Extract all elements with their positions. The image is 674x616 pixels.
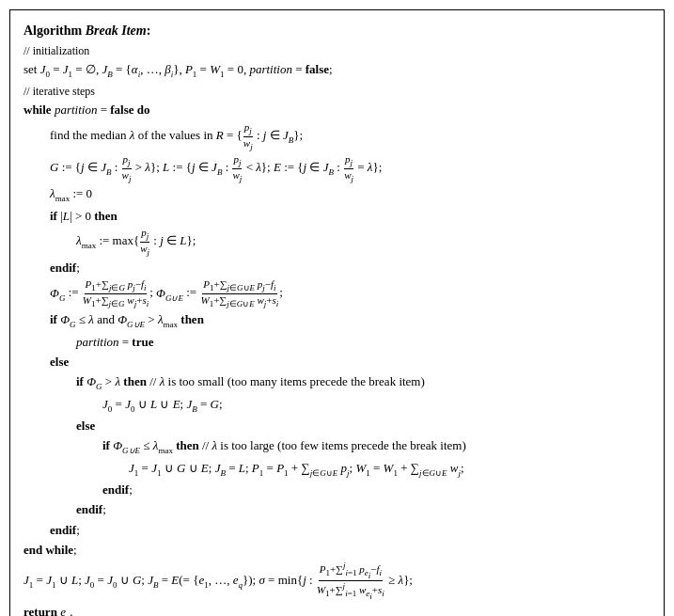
J0-assign-line: J0 = J0 ∪ L ∪ E; JB = G; [24, 395, 650, 417]
endif3-line: endif; [24, 500, 650, 519]
lambda-max-assign-line: λmax := max{pjwj : j ∈ L}; [24, 227, 650, 258]
if-L-line: if |L| > 0 then [24, 207, 650, 226]
else1-line: else [24, 353, 650, 371]
while-line: while partition = false do [24, 101, 650, 119]
end-while-line: end while; [24, 541, 650, 560]
algorithm-title: Algorithm Break Item: [24, 21, 650, 41]
comment-iterative: // iterative steps [24, 83, 650, 101]
algorithm-box: Algorithm Break Item: // initialization … [9, 9, 665, 616]
G-L-E-line: G := {j ∈ JB : pjwj > λ}; L := {j ∈ JB :… [24, 153, 650, 184]
if-phi-G-line: if ΦG > λ then // λ is too small (too ma… [24, 372, 650, 394]
J1-assign-line: J1 = J1 ∪ G ∪ E; JB = L; P1 = P1 + ∑j∈G∪… [24, 459, 650, 481]
find-median-line: find the median λ of the values in R = {… [24, 121, 650, 152]
endif1-line: endif; [24, 259, 650, 277]
lambda-max-init-line: λmax := 0 [24, 184, 650, 206]
else2-line: else [24, 417, 650, 435]
return-line: return eσ. [24, 603, 650, 616]
if-phi-GUE-line: if ΦG∪E ≤ λmax then // λ is too large (t… [24, 436, 650, 458]
if-phi-line: if ΦG ≤ λ and ΦG∪E > λmax then [24, 310, 650, 332]
comment-initialization: // initialization [24, 42, 650, 60]
phi-line: ΦG := P1+∑j∈G pj−fi W1+∑j∈G wj+si ; ΦG∪E… [24, 278, 650, 309]
endif4-line: endif; [24, 521, 650, 540]
endif2-line: endif; [24, 481, 650, 499]
partition-true-line: partition = true [24, 333, 650, 352]
line-set: set J0 = J1 = ∅, JB = {αi, …, βi}, P1 = … [24, 60, 650, 82]
final-J1-line: J1 = J1 ∪ L; J0 = J0 ∪ G; JB = E(= {e1, … [24, 561, 650, 602]
